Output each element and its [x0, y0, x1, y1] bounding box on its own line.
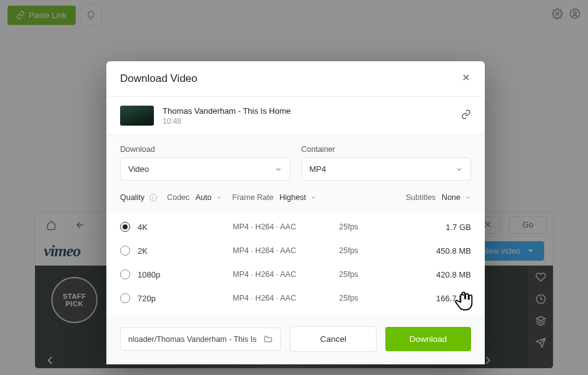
codec-meta: MP4 · H264 · AAC: [233, 246, 339, 255]
radio-icon: [120, 246, 130, 256]
fps-label: 25fps: [339, 294, 395, 302]
output-path-field[interactable]: nloader/Thomas Vanderham - This Is Home.…: [120, 328, 281, 351]
quality-label-group: Qualityi: [120, 193, 157, 202]
quality-label: 1080p: [138, 270, 160, 279]
link-icon: [461, 109, 471, 119]
file-size: 450.8 MB: [395, 246, 471, 256]
quality-row-1080p[interactable]: 1080pMP4 · H264 · AAC25fps420.8 MB: [120, 262, 471, 286]
fps-label: 25fps: [339, 222, 395, 231]
download-type-select[interactable]: Video: [120, 158, 290, 181]
framerate-select[interactable]: Frame Rate Highest: [232, 193, 317, 202]
fps-label: 25fps: [339, 246, 395, 255]
cancel-button[interactable]: Cancel: [290, 326, 377, 352]
codec-select[interactable]: Codec Auto: [167, 193, 222, 202]
container-label: Container: [302, 145, 472, 154]
codec-meta: MP4 · H264 · AAC: [233, 270, 339, 279]
chevron-down-icon: [275, 166, 282, 173]
close-icon: [461, 72, 471, 82]
radio-icon: [120, 222, 130, 232]
video-title: Thomas Vanderham - This Is Home: [163, 106, 291, 116]
quality-row-2k[interactable]: 2KMP4 · H264 · AAC25fps450.8 MB: [120, 239, 471, 262]
quality-row-720p[interactable]: 720pMP4 · H264 · AAC25fps166.7 MB: [120, 286, 471, 310]
video-link-button[interactable]: [461, 109, 471, 122]
subtitles-select[interactable]: Subtitles None: [406, 193, 471, 202]
video-duration: 10:48: [163, 117, 291, 126]
quality-list: 4KMP4 · H264 · AAC25fps1.7 GB2KMP4 · H26…: [106, 212, 485, 316]
quality-label: 4K: [138, 222, 148, 232]
dialog-close-button[interactable]: [461, 72, 471, 85]
codec-meta: MP4 · H264 · AAC: [233, 222, 339, 231]
download-type-label: Download: [120, 145, 290, 154]
quality-row-4k[interactable]: 4KMP4 · H264 · AAC25fps1.7 GB: [120, 215, 471, 239]
video-info-thumbnail: [120, 106, 154, 126]
chevron-down-icon: [310, 194, 317, 201]
file-size: 420.8 MB: [395, 270, 471, 279]
info-icon[interactable]: i: [150, 194, 157, 201]
radio-icon: [120, 293, 130, 303]
chevron-down-icon: [455, 166, 463, 173]
download-video-dialog: Download Video Thomas Vanderham - This I…: [106, 61, 485, 364]
file-size: 166.7 MB: [395, 294, 471, 303]
dialog-title: Download Video: [120, 72, 198, 85]
quality-label: 2K: [138, 246, 148, 256]
download-button[interactable]: Download: [385, 327, 471, 351]
radio-icon: [120, 269, 130, 279]
chevron-down-icon: [216, 194, 222, 201]
file-size: 1.7 GB: [395, 222, 471, 232]
codec-meta: MP4 · H264 · AAC: [233, 294, 339, 302]
chevron-down-icon: [465, 194, 471, 201]
container-select[interactable]: MP4: [302, 158, 472, 181]
quality-label: 720p: [138, 294, 156, 303]
folder-icon: [263, 334, 273, 344]
fps-label: 25fps: [339, 270, 395, 279]
